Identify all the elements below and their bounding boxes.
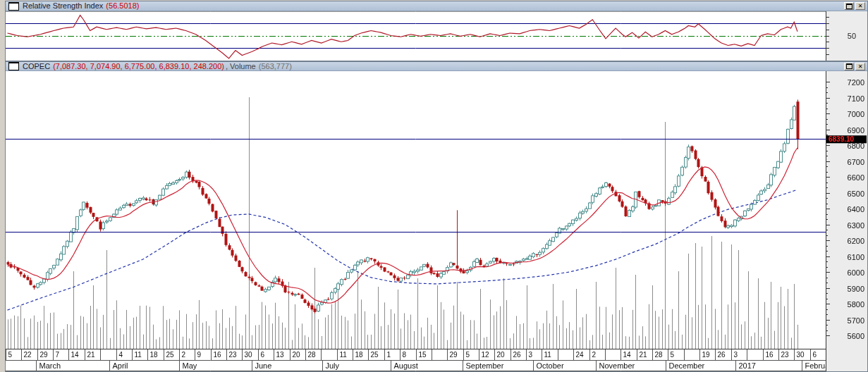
maximize-icon xyxy=(846,63,852,69)
restore-box-icon xyxy=(8,2,19,11)
rsi-chart-canvas[interactable] xyxy=(6,11,867,61)
maximize-button[interactable] xyxy=(844,63,854,70)
rsi-window-buttons: ✕ xyxy=(844,2,866,10)
price-chart-panel: COPEC (7,087.30, 7,074.90, 6,775.00, 6,8… xyxy=(5,61,868,372)
maximize-button[interactable] xyxy=(844,2,854,10)
price-window-buttons: ✕ xyxy=(844,63,866,70)
rsi-titlebar[interactable]: Relative Strength Index (56.5018) ✕ xyxy=(6,1,867,11)
rsi-title: Relative Strength Index xyxy=(23,1,103,11)
maximize-icon xyxy=(846,4,852,9)
price-chart-canvas[interactable] xyxy=(6,71,867,371)
volume-label: , Volume xyxy=(226,62,256,71)
close-icon: ✕ xyxy=(858,63,863,70)
close-button[interactable]: ✕ xyxy=(855,2,865,10)
ohlc-values: (7,087.30, 7,074.90, 6,775.00, 6,839.10,… xyxy=(53,62,224,71)
volume-value: (563,777) xyxy=(259,62,292,71)
rsi-value: (56.5018) xyxy=(106,1,139,11)
restore-box-icon xyxy=(8,62,19,70)
price-titlebar[interactable]: COPEC (7,087.30, 7,074.90, 6,775.00, 6,8… xyxy=(6,62,867,71)
close-button[interactable]: ✕ xyxy=(855,63,865,70)
close-icon: ✕ xyxy=(858,3,863,9)
symbol-label: COPEC xyxy=(23,62,50,71)
rsi-indicator-panel: Relative Strength Index (56.5018) ✕ xyxy=(5,1,868,61)
